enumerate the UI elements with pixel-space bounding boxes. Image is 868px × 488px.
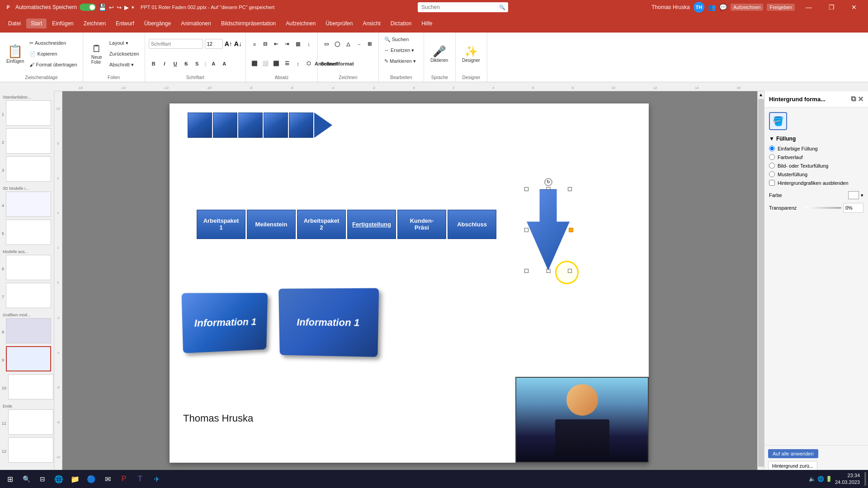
handle-lm[interactable] <box>524 228 528 232</box>
apply-all-btn[interactable]: Auf alle anwenden <box>768 449 818 458</box>
taskbar-edge[interactable]: 🌐 <box>51 471 67 487</box>
rotation-handle[interactable]: ↻ <box>544 178 552 186</box>
cut-btn[interactable]: ✂ Ausschneiden <box>28 38 79 48</box>
fontcolor-btn[interactable]: A <box>208 59 218 69</box>
taskbar-chrome[interactable]: 🔵 <box>83 471 99 487</box>
maximize-button[interactable]: ❐ <box>821 0 842 14</box>
shape-rect[interactable]: ▭ <box>321 39 331 49</box>
share-icon[interactable]: 👥 <box>708 4 716 11</box>
shapes-more-btn[interactable]: ⊞ <box>365 39 375 49</box>
radio-muster[interactable]: Musterfüllung <box>769 171 863 177</box>
handle-tl[interactable] <box>524 187 528 191</box>
info-box-2-container[interactable]: Information 1 <box>278 289 377 357</box>
minimize-button[interactable]: — <box>798 0 819 14</box>
radio-verlauf-input[interactable] <box>769 154 775 160</box>
menu-ansicht[interactable]: Ansicht <box>358 19 385 28</box>
shape-arrow[interactable]: → <box>354 39 364 49</box>
designer-btn[interactable]: ✨ Designer <box>459 37 483 71</box>
menu-start[interactable]: Start <box>26 19 47 28</box>
block-2[interactable] <box>213 113 237 138</box>
canvas-area[interactable]: 1086420-2-4-6-8-10 Arbeitspaket1 <box>54 91 764 474</box>
process-box-1[interactable]: Arbeitspaket1 <box>197 210 245 239</box>
taskbar-mail[interactable]: ✉ <box>99 471 116 487</box>
underline-btn[interactable]: U <box>170 59 180 69</box>
strikethrough-btn[interactable]: S <box>181 59 191 69</box>
info-box-2[interactable]: Information 1 <box>278 288 379 357</box>
font-shrink-btn[interactable]: A↓ <box>234 40 242 47</box>
slide-thumb-10[interactable] <box>8 374 53 399</box>
transparenz-input[interactable] <box>843 203 863 213</box>
record-btn[interactable]: Aufzeichnen <box>731 4 764 11</box>
slide-thumb-12[interactable] <box>8 437 53 463</box>
taskbar-teams[interactable]: T <box>132 471 148 487</box>
yellow-circle-indicator[interactable] <box>555 261 579 284</box>
info-box-1[interactable]: Information 1 <box>181 293 268 353</box>
highlight-btn[interactable]: A <box>219 59 229 69</box>
slide-thumb-5[interactable] <box>6 220 51 245</box>
taskbar-search[interactable]: 🔍 <box>18 471 34 487</box>
menu-bildschirm[interactable]: Bildschirmpräsentation <box>217 19 280 28</box>
bold-btn[interactable]: B <box>149 59 159 69</box>
save-icon[interactable]: 💾 <box>99 4 106 11</box>
menu-einfuegen[interactable]: Einfügen <box>47 19 78 28</box>
slide-thumb-11[interactable] <box>8 409 53 435</box>
taskbar-telegram[interactable]: ✈ <box>148 471 165 487</box>
process-box-5[interactable]: Kunden-Präsi <box>397 210 446 239</box>
font-size-input[interactable] <box>205 39 223 49</box>
shape-circle[interactable]: ◯ <box>332 39 342 49</box>
dropdown-icon[interactable]: ▾ <box>132 5 134 10</box>
menu-aufzeichnen[interactable]: Aufzeichnen <box>281 19 320 28</box>
vertical-scrollbar[interactable]: ▲ ▼ <box>757 91 764 474</box>
scroll-thumb-v[interactable] <box>758 99 764 467</box>
reset-background-btn[interactable]: Hintergrund zurü... <box>768 461 817 471</box>
start-menu-btn[interactable]: ⊞ <box>2 471 18 487</box>
block-4[interactable] <box>264 113 288 138</box>
process-box-6[interactable]: Abschluss <box>448 210 496 239</box>
slide-thumb-9[interactable] <box>6 346 51 371</box>
transparency-slider[interactable] <box>805 207 841 209</box>
indent-inc-btn[interactable]: ⇥ <box>282 39 292 49</box>
block-3[interactable] <box>238 113 263 138</box>
slide-thumb-8[interactable] <box>6 318 51 343</box>
bullet-list-btn[interactable]: ≡ <box>250 39 259 49</box>
taskbar-explorer[interactable]: 📁 <box>67 471 83 487</box>
block-1[interactable] <box>188 113 212 138</box>
fill-icon-btn[interactable]: 🪣 <box>769 112 787 130</box>
menu-hilfe[interactable]: Hilfe <box>417 19 437 28</box>
handle-tr[interactable] <box>568 187 572 191</box>
show-desktop-btn[interactable] <box>864 472 866 486</box>
ribbon-paste-btn[interactable]: 📋 Einfügen <box>4 37 27 71</box>
replace-btn[interactable]: ↔ Ersetzen ▾ <box>382 45 416 55</box>
blue-up-arrow-shape[interactable] <box>527 189 570 271</box>
section-btn[interactable]: Abschnitt ▾ <box>108 60 141 70</box>
fullung-header[interactable]: ▼ Füllung <box>769 136 863 142</box>
align-right-btn[interactable]: ⬛ <box>271 59 281 69</box>
close-button[interactable]: ✕ <box>844 0 864 14</box>
info-box-1-container[interactable]: Information 1 <box>183 293 269 352</box>
comment-icon[interactable]: 💬 <box>719 4 727 11</box>
menu-entwurf[interactable]: Entwurf <box>111 19 139 28</box>
font-grow-btn[interactable]: A↑ <box>225 40 232 47</box>
menu-ueberpruefen[interactable]: Überprüfen <box>321 19 357 28</box>
linespace-btn[interactable]: ↕ <box>293 59 303 69</box>
diktieren-btn[interactable]: 🎤 Diktieren <box>428 37 451 71</box>
menu-zeichnen[interactable]: Zeichnen <box>79 19 110 28</box>
format-copy-btn[interactable]: 🖌 Format übertragen <box>28 60 79 70</box>
italic-btn[interactable]: I <box>160 59 170 69</box>
radio-bild-input[interactable] <box>769 163 775 169</box>
menu-animationen[interactable]: Animationen <box>176 19 216 28</box>
align-left-btn[interactable]: ⬛ <box>250 59 259 69</box>
slide-thumb-2[interactable] <box>6 128 51 154</box>
slide-thumb-4[interactable] <box>6 192 51 217</box>
align-center-btn[interactable]: ⬜ <box>260 59 270 69</box>
new-slide-btn[interactable]: 🗒 NeueFolie <box>87 37 107 71</box>
taskbar-taskview[interactable]: ⊟ <box>34 471 51 487</box>
color-dropdown-btn[interactable]: ▾ <box>861 192 863 198</box>
process-box-2[interactable]: Meilenstein <box>247 210 296 239</box>
panel-close-btn[interactable]: ✕ <box>858 95 863 103</box>
slide-thumb-1[interactable] <box>6 100 51 126</box>
reset-btn[interactable]: Zurücksetzen <box>108 49 141 59</box>
handle-rm-orange[interactable] <box>569 228 573 232</box>
copy-btn[interactable]: 📄 Kopieren <box>28 49 79 59</box>
slide-thumb-6[interactable] <box>6 255 51 280</box>
